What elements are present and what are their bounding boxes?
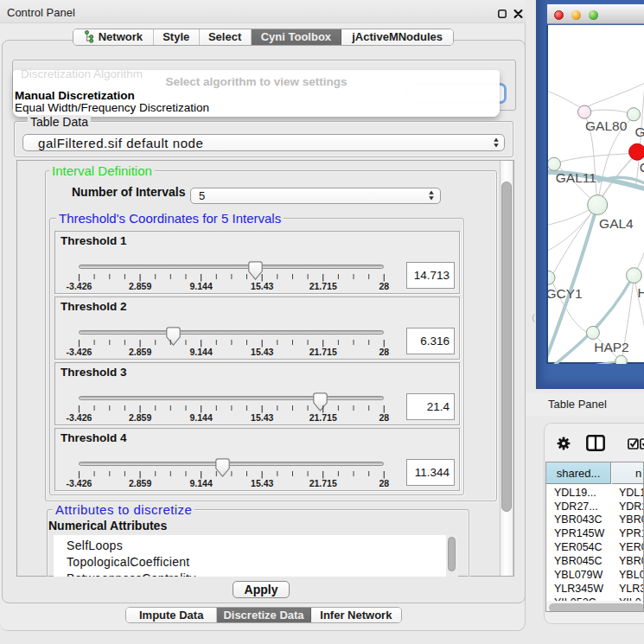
svg-text:GCY1: GCY1 (548, 286, 583, 301)
svg-text:C: C (640, 160, 644, 175)
svg-text:HAP2: HAP2 (594, 340, 629, 354)
svg-text:H: H (637, 285, 644, 300)
svg-text:GA: GA (634, 124, 644, 139)
svg-text:GAL11: GAL11 (556, 170, 596, 185)
svg-text:GAL4: GAL4 (599, 216, 634, 231)
svg-text:GAL80: GAL80 (585, 118, 628, 133)
